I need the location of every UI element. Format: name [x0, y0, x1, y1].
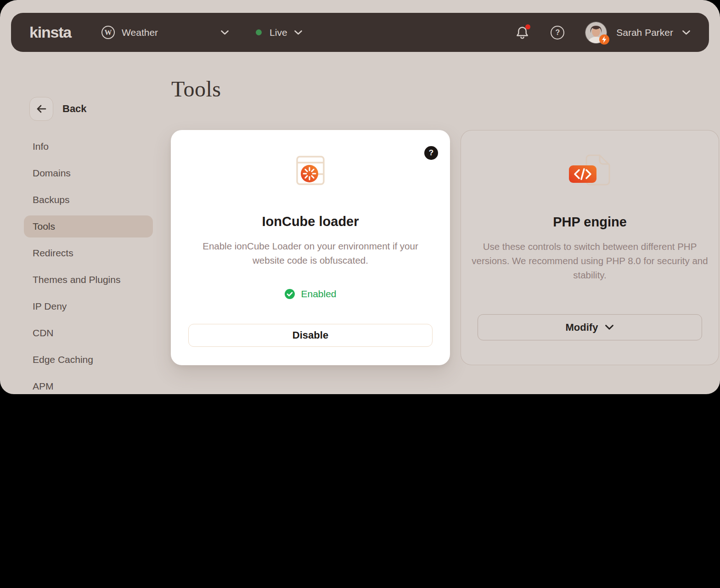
sidebar-item-tools[interactable]: Tools	[24, 215, 153, 237]
card-title: IonCube loader	[171, 214, 450, 229]
sidebar-item-themes-and-plugins[interactable]: Themes and Plugins	[24, 269, 153, 291]
live-status-dot	[256, 29, 262, 35]
sidebar-item-apm[interactable]: APM	[24, 375, 153, 394]
question-mark-icon: ?	[555, 28, 560, 37]
ioncube-loader-card: ?	[171, 130, 450, 365]
sidebar-item-domains[interactable]: Domains	[24, 162, 153, 184]
sidebar-item-redirects[interactable]: Redirects	[24, 242, 153, 264]
user-avatar[interactable]	[585, 22, 607, 43]
user-name[interactable]: Sarah Parker	[616, 27, 673, 38]
card-description: Use these controls to switch between dif…	[472, 239, 709, 282]
back-label: Back	[62, 103, 87, 115]
wordpress-icon: W	[101, 26, 115, 39]
page-title: Tools	[171, 76, 221, 102]
environment-selector-dropdown[interactable]: Live	[256, 27, 303, 38]
chevron-down-icon	[220, 30, 229, 35]
check-circle-icon	[284, 288, 295, 300]
notifications-button[interactable]	[516, 26, 529, 39]
sidebar-item-cdn[interactable]: CDN	[24, 322, 153, 344]
card-description: Enable ionCube Loader on your environmen…	[191, 239, 430, 267]
environment-name: Live	[270, 27, 287, 38]
php-engine-icon	[461, 154, 719, 187]
help-button[interactable]: ?	[551, 26, 564, 40]
sidebar-item-ip-deny[interactable]: IP Deny	[24, 295, 153, 317]
status-row: Enabled	[171, 288, 450, 300]
sidebar-item-edge-caching[interactable]: Edge Caching	[24, 349, 153, 371]
topbar-right: ? Sarah Parker	[516, 22, 691, 43]
notification-badge	[525, 24, 530, 29]
modify-button[interactable]: Modify	[478, 314, 702, 340]
sidebar-item-backups[interactable]: Backups	[24, 189, 153, 211]
card-title: PHP engine	[461, 215, 719, 230]
arrow-left-icon	[36, 105, 47, 113]
php-engine-card: PHP engine Use these controls to switch …	[461, 130, 719, 365]
topbar: kinsta W Weather Live	[11, 13, 709, 52]
site-name: Weather	[122, 27, 158, 38]
disable-button[interactable]: Disable	[188, 324, 433, 347]
kinsta-logo[interactable]: kinsta	[29, 23, 71, 41]
sidebar-nav: Info Domains Backups Tools Redirects The…	[24, 136, 153, 394]
lightning-badge-icon	[599, 34, 609, 45]
disable-button-label: Disable	[292, 329, 328, 341]
app-window: kinsta W Weather Live	[0, 0, 720, 394]
status-badge: Enabled	[301, 288, 336, 300]
sidebar-item-info[interactable]: Info	[24, 136, 153, 158]
site-selector-dropdown[interactable]: W Weather	[101, 26, 229, 39]
back-button[interactable]	[29, 97, 53, 121]
chevron-down-icon	[605, 324, 614, 330]
ioncube-loader-icon	[171, 156, 450, 185]
chevron-down-icon[interactable]	[682, 30, 691, 35]
screen: kinsta W Weather Live	[0, 0, 720, 588]
chevron-down-icon	[294, 30, 303, 35]
modify-button-label: Modify	[566, 322, 598, 334]
back-row: Back	[29, 97, 87, 121]
